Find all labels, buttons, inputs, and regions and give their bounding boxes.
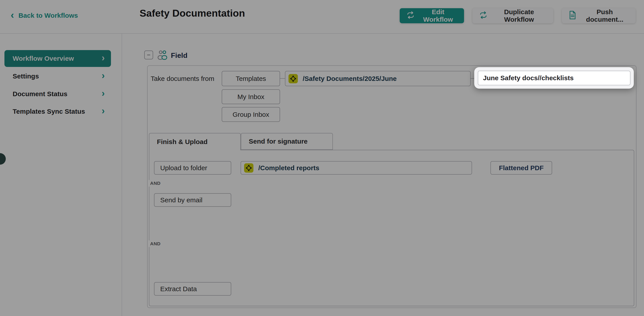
document-name-input[interactable] bbox=[478, 71, 630, 85]
app-window: ‹ Back to Workflows Safety Documentation… bbox=[0, 0, 644, 316]
spotlight-card bbox=[474, 67, 634, 89]
dim-overlay bbox=[0, 0, 644, 316]
